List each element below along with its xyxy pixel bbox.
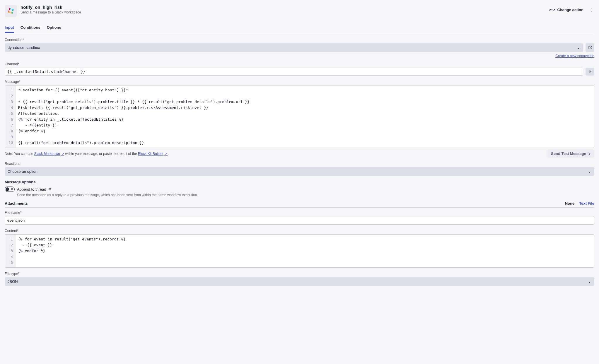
external-link-icon: ↗ bbox=[164, 152, 168, 155]
attachments-section: Attachments None Text File File name* Co… bbox=[5, 201, 594, 286]
seg-text-file[interactable]: Text File bbox=[579, 201, 594, 206]
message-lines: *Escalation for {{ event()["dt.entity.ho… bbox=[16, 86, 594, 148]
channel-input[interactable]: {{ _.contactDetail.slackChannel }} bbox=[5, 68, 583, 76]
file-name-field: File name* bbox=[5, 211, 594, 225]
content-editor[interactable]: 12345 {% for event in result("get_events… bbox=[5, 234, 594, 268]
external-edit-icon bbox=[588, 45, 592, 50]
note-suffix: . bbox=[168, 152, 168, 156]
append-thread-label: Append to thread bbox=[17, 187, 46, 192]
append-thread-toggle[interactable] bbox=[5, 187, 15, 192]
send-icon: ▷ bbox=[588, 151, 591, 156]
seg-none[interactable]: None bbox=[565, 201, 575, 206]
more-menu-button[interactable]: ⋮ bbox=[588, 6, 594, 13]
connection-select[interactable]: dynatrace-sandbox bbox=[5, 43, 583, 52]
append-thread-help: Send the message as a reply to a previou… bbox=[17, 193, 594, 197]
header: notify_on_high_risk Send a message to a … bbox=[5, 5, 594, 17]
slack-markdown-link[interactable]: Slack Markdown ↗ bbox=[34, 152, 64, 156]
title-block: notify_on_high_risk Send a message to a … bbox=[21, 5, 81, 17]
note-mid: within your message, or paste the result… bbox=[64, 152, 138, 156]
file-name-input[interactable] bbox=[5, 216, 594, 225]
page-subtitle: Send a message to a Slack workspace bbox=[21, 10, 81, 14]
connection-field: Connection* dynatrace-sandbox Create a n… bbox=[5, 38, 594, 58]
slack-logo-icon bbox=[7, 7, 15, 15]
tab-conditions[interactable]: Conditions bbox=[21, 23, 40, 33]
attachments-title: Attachments bbox=[5, 201, 28, 206]
slack-markdown-text: Slack Markdown bbox=[34, 152, 60, 156]
block-kit-link[interactable]: Block Kit Builder ↗ bbox=[138, 152, 168, 156]
content-gutter: 12345 bbox=[5, 235, 16, 267]
message-note-row: Note: You can use Slack Markdown ↗ withi… bbox=[5, 150, 594, 158]
block-kit-text: Block Kit Builder bbox=[138, 152, 163, 156]
connection-value: dynatrace-sandbox bbox=[8, 45, 40, 50]
reactions-select[interactable]: Choose an option bbox=[5, 167, 594, 176]
channel-label: Channel* bbox=[5, 62, 594, 66]
file-name-label: File name* bbox=[5, 211, 594, 215]
tab-options[interactable]: Options bbox=[47, 23, 61, 33]
edit-connection-button[interactable] bbox=[586, 43, 594, 52]
file-type-value: JSON bbox=[8, 279, 18, 284]
message-label: Message* bbox=[5, 80, 594, 84]
message-options-title: Message options bbox=[5, 180, 594, 184]
copy-icon[interactable]: ⧉ bbox=[49, 187, 51, 192]
file-type-select[interactable]: JSON bbox=[5, 277, 594, 286]
connection-label: Connection* bbox=[5, 38, 594, 42]
reactions-placeholder: Choose an option bbox=[8, 169, 37, 174]
content-lines: {% for event in result("get_events").rec… bbox=[16, 235, 594, 267]
change-action-button[interactable]: ⤺⤻ Change action bbox=[549, 8, 583, 12]
message-options-section: Message options Append to thread ⧉ Send … bbox=[5, 180, 594, 197]
create-connection-link[interactable]: Create a new connection bbox=[555, 54, 594, 58]
attachments-header: Attachments None Text File bbox=[5, 201, 594, 208]
reactions-label: Reactions bbox=[5, 162, 594, 166]
content-label: Content* bbox=[5, 229, 594, 233]
slack-app-icon bbox=[5, 5, 17, 17]
swap-icon: ⤺⤻ bbox=[549, 8, 555, 12]
message-editor[interactable]: 12345678910 *Escalation for {{ event()["… bbox=[5, 85, 594, 148]
tabs: Input Conditions Options bbox=[5, 23, 594, 33]
message-gutter: 12345678910 bbox=[5, 86, 16, 148]
append-thread-row: Append to thread ⧉ bbox=[5, 187, 594, 192]
attachments-segment: None Text File bbox=[565, 201, 594, 206]
message-note: Note: You can use Slack Markdown ↗ withi… bbox=[5, 152, 169, 156]
channel-value: {{ _.contactDetail.slackChannel }} bbox=[7, 69, 85, 74]
clear-channel-button[interactable]: ✕ bbox=[586, 68, 594, 76]
send-test-label: Send Test Message bbox=[551, 151, 586, 156]
header-right: ⤺⤻ Change action ⋮ bbox=[549, 6, 594, 13]
channel-field: Channel* {{ _.contactDetail.slackChannel… bbox=[5, 62, 594, 76]
header-left: notify_on_high_risk Send a message to a … bbox=[5, 5, 81, 17]
close-icon: ✕ bbox=[588, 69, 592, 74]
external-link-icon: ↗ bbox=[61, 152, 64, 155]
tab-input[interactable]: Input bbox=[5, 23, 14, 33]
create-connection-row: Create a new connection bbox=[5, 54, 594, 58]
file-type-field: File type* JSON bbox=[5, 272, 594, 286]
file-type-label: File type* bbox=[5, 272, 594, 276]
note-prefix: Note: You can use bbox=[5, 152, 34, 156]
reactions-field: Reactions Choose an option bbox=[5, 162, 594, 176]
change-action-label: Change action bbox=[557, 8, 583, 12]
page-title: notify_on_high_risk bbox=[21, 5, 81, 10]
send-test-message-button[interactable]: Send Test Message ▷ bbox=[547, 150, 594, 158]
message-field: Message* 12345678910 *Escalation for {{ … bbox=[5, 80, 594, 158]
content-field: Content* 12345 {% for event in result("g… bbox=[5, 229, 594, 268]
